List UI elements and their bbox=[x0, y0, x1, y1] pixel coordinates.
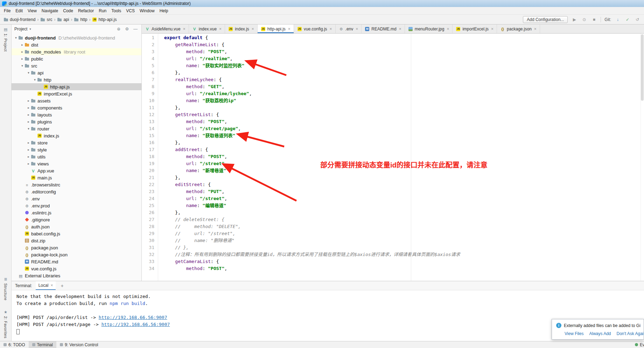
code-line-27[interactable]: // deleteStreet: { bbox=[164, 216, 644, 223]
close-tab-icon[interactable]: × bbox=[399, 27, 401, 31]
chevron-down-icon[interactable]: ▾ bbox=[20, 64, 24, 68]
tree-item-assets[interactable]: ▸assets bbox=[12, 97, 141, 104]
statusbar-event-log[interactable]: Ev bbox=[632, 342, 644, 347]
close-tab-icon[interactable]: × bbox=[219, 27, 222, 31]
scrollbar-thumb[interactable] bbox=[641, 34, 644, 101]
menu-navigate[interactable]: Navigate bbox=[39, 8, 61, 14]
chevron-right-icon[interactable]: ▸ bbox=[20, 43, 24, 47]
menu-file[interactable]: File bbox=[1, 8, 13, 14]
chevron-right-icon[interactable]: ▸ bbox=[20, 57, 24, 61]
close-tab-icon[interactable]: × bbox=[183, 27, 186, 31]
tree-item-app.vue[interactable]: App.vue bbox=[12, 167, 141, 174]
tree-item-babel.config.js[interactable]: babel.config.js bbox=[12, 230, 141, 237]
notification-action-always-add[interactable]: Always Add bbox=[589, 331, 611, 336]
code-line-5[interactable]: name: "获取实时监控列表" bbox=[164, 62, 644, 69]
terminal-output[interactable]: Note that the development build is not o… bbox=[12, 290, 644, 341]
tab-.env[interactable]: .env× bbox=[336, 24, 362, 33]
tab-index.vue[interactable]: index.vue× bbox=[189, 24, 225, 33]
new-terminal-icon[interactable]: + bbox=[59, 283, 65, 289]
statusbar-9-version-control[interactable]: 9: Version Control bbox=[56, 341, 102, 348]
code-line-30[interactable]: // name: "删除巷道" bbox=[164, 237, 644, 244]
close-tab-icon[interactable]: × bbox=[252, 27, 254, 31]
chevron-right-icon[interactable]: ▸ bbox=[26, 141, 31, 144]
code-line-32[interactable]: //注释：所有用到删除的接口都需要拼接变量id，所以请求方式采用了挂载在原型链上… bbox=[164, 251, 644, 258]
code-line-12[interactable]: getStreetList: { bbox=[164, 111, 644, 118]
code-line-31[interactable]: // }, bbox=[164, 244, 644, 251]
git-commit-icon[interactable]: ✓ bbox=[624, 17, 631, 22]
tree-item-dist[interactable]: ▸dist bbox=[12, 41, 141, 48]
tree-item-.eslintrc.js[interactable]: .eslintrc.js bbox=[12, 209, 141, 216]
git-revert-icon[interactable]: ↺ bbox=[634, 17, 640, 22]
chevron-right-icon[interactable]: ▸ bbox=[26, 106, 31, 109]
breadcrumb-http[interactable]: http bbox=[74, 17, 87, 22]
tree-item-.env.prod[interactable]: .env.prod bbox=[12, 202, 141, 209]
code-line-25[interactable]: name: "编辑巷道" bbox=[164, 202, 644, 209]
project-panel-title[interactable]: Project bbox=[14, 27, 27, 31]
tab-menurouter.jpg[interactable]: menuRouter.jpg× bbox=[405, 24, 453, 33]
code-line-26[interactable]: }, bbox=[164, 209, 644, 216]
code-line-17[interactable]: addStreet: { bbox=[164, 146, 644, 153]
statusbar-6-todo[interactable]: 6: TODO bbox=[0, 341, 29, 348]
tree-item-duoji-frontend[interactable]: ▾duoji-frontendD:\zheheWeb\duoji-fronten… bbox=[12, 34, 141, 41]
close-tab-icon[interactable]: × bbox=[491, 27, 493, 31]
tab-index.js[interactable]: index.js× bbox=[225, 24, 258, 33]
code-line-15[interactable]: name: "获取巷道列表" bbox=[164, 132, 644, 139]
menu-view[interactable]: View bbox=[25, 8, 39, 14]
breadcrumb-api[interactable]: api bbox=[57, 17, 69, 22]
stop-icon[interactable]: ■ bbox=[591, 17, 597, 22]
code-line-28[interactable]: // method: "DELETE", bbox=[164, 223, 644, 230]
code-line-21[interactable]: }, bbox=[164, 174, 644, 181]
close-tab-icon[interactable]: × bbox=[534, 27, 537, 31]
tree-item-utils[interactable]: ▸utils bbox=[12, 153, 141, 160]
tree-item-external-libraries[interactable]: External Libraries bbox=[12, 272, 141, 279]
chevron-down-icon[interactable]: ▾ bbox=[26, 71, 31, 74]
terminal-link[interactable]: http://192.168.66.56:9007 bbox=[99, 315, 167, 320]
tree-item-.editorconfig[interactable]: .editorconfig bbox=[12, 188, 141, 195]
tree-item-router[interactable]: ▾router bbox=[12, 125, 141, 132]
code-line-3[interactable]: method: "POST", bbox=[164, 48, 644, 55]
code-line-7[interactable]: realTimeLychee: { bbox=[164, 76, 644, 83]
notification-action-view-files[interactable]: View Files bbox=[565, 331, 583, 336]
code-line-23[interactable]: method: "PUT", bbox=[164, 188, 644, 195]
tree-item-http-api.js[interactable]: http-api.js bbox=[12, 83, 141, 90]
chevron-down-icon[interactable]: ▾ bbox=[33, 78, 37, 81]
chevron-right-icon[interactable]: ▸ bbox=[26, 99, 31, 102]
tree-item-src[interactable]: ▾src bbox=[12, 62, 141, 69]
toolwindow-project-button[interactable]: ▤ 1: Project bbox=[4, 27, 8, 51]
chevron-right-icon[interactable]: ▸ bbox=[26, 162, 31, 165]
chevron-right-icon[interactable]: ▸ bbox=[26, 155, 31, 158]
tree-item-dist.zip[interactable]: dist.zip bbox=[12, 237, 141, 244]
tree-item-layouts[interactable]: ▸layouts bbox=[12, 111, 141, 118]
code-line-18[interactable]: method: "POST", bbox=[164, 153, 644, 160]
close-tab-icon[interactable]: × bbox=[288, 27, 290, 31]
close-tab-icon[interactable]: × bbox=[356, 27, 358, 31]
code-line-29[interactable]: // url: "/street", bbox=[164, 230, 644, 237]
hide-panel-icon[interactable]: — bbox=[132, 27, 139, 31]
breadcrumb-http-api.js[interactable]: http-api.js bbox=[92, 17, 117, 22]
menu-help[interactable]: Help bbox=[157, 8, 171, 14]
git-update-icon[interactable]: ↓ bbox=[615, 17, 621, 22]
chevron-down-icon[interactable]: ▾ bbox=[26, 127, 31, 130]
locate-file-icon[interactable]: ⊕ bbox=[115, 27, 122, 31]
code-line-8[interactable]: method: "GET", bbox=[164, 83, 644, 90]
tab-vue.config.js[interactable]: vue.config.js× bbox=[294, 24, 336, 33]
tree-item-components[interactable]: ▸components bbox=[12, 104, 141, 111]
debug-icon[interactable]: ⊙ bbox=[581, 17, 587, 22]
run-icon[interactable]: ▶ bbox=[571, 17, 578, 22]
chevron-right-icon[interactable]: ▸ bbox=[26, 120, 31, 123]
editor-scrollbar[interactable] bbox=[640, 34, 644, 281]
tree-item-store[interactable]: ▸store bbox=[12, 139, 141, 146]
tree-item-views[interactable]: ▸views bbox=[12, 160, 141, 167]
tree-item-readme.md[interactable]: README.md bbox=[12, 258, 141, 265]
code-line-11[interactable]: }, bbox=[164, 104, 644, 111]
chevron-down-icon[interactable]: ▾ bbox=[29, 27, 31, 31]
tree-item-index.js[interactable]: index.js bbox=[12, 132, 141, 139]
close-tab-icon[interactable]: × bbox=[447, 27, 449, 31]
chevron-right-icon[interactable]: ▸ bbox=[26, 113, 31, 116]
chevron-right-icon[interactable]: ▸ bbox=[20, 50, 24, 54]
tree-item-vue.config.js[interactable]: vue.config.js bbox=[12, 265, 141, 272]
tree-item-.env[interactable]: .env bbox=[12, 195, 141, 202]
menu-vcs[interactable]: VCS bbox=[124, 8, 137, 14]
code-line-6[interactable]: }, bbox=[164, 69, 644, 76]
menu-code[interactable]: Code bbox=[61, 8, 76, 14]
